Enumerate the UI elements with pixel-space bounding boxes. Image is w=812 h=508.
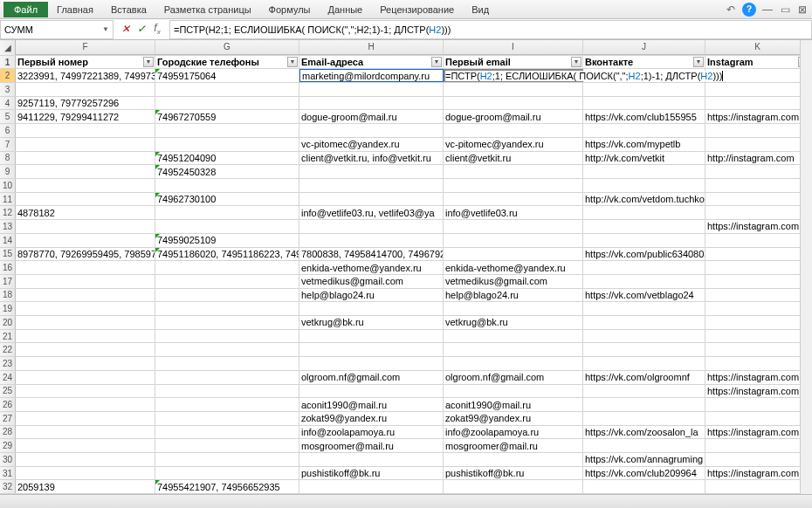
cell[interactable]: info@vetlife03.ru — [444, 206, 583, 219]
cell[interactable] — [583, 343, 705, 356]
cell[interactable]: https://vk.com/club155955 — [583, 110, 705, 123]
cell[interactable] — [583, 275, 705, 288]
cell[interactable]: info@zoolapamoya.ru — [444, 426, 583, 439]
name-box[interactable]: СУММ ▼ — [0, 20, 114, 39]
row-number[interactable]: 21 — [0, 330, 16, 343]
cell[interactable] — [16, 357, 155, 370]
cell[interactable] — [444, 165, 583, 178]
cell[interactable] — [583, 165, 705, 178]
row-number[interactable]: 29 — [0, 439, 16, 452]
cell[interactable] — [705, 302, 810, 315]
row-number[interactable]: 32 — [0, 480, 16, 493]
cell[interactable] — [155, 124, 299, 137]
cell[interactable] — [583, 179, 705, 192]
filter-dropdown[interactable]: ▼ — [693, 57, 704, 67]
cell[interactable] — [16, 467, 155, 480]
cell[interactable] — [155, 385, 299, 398]
cell[interactable] — [444, 193, 583, 206]
row-number[interactable]: 27 — [0, 412, 16, 425]
cell[interactable] — [155, 138, 299, 151]
cell[interactable] — [705, 261, 810, 274]
cell[interactable] — [444, 453, 583, 466]
chevron-down-icon[interactable]: ▼ — [102, 25, 109, 33]
cell[interactable]: 9411229, 79299411272 — [16, 110, 155, 123]
cell[interactable] — [583, 206, 705, 219]
cell[interactable] — [16, 426, 155, 439]
column-header[interactable]: H — [299, 40, 444, 55]
cell[interactable] — [583, 412, 705, 425]
cell[interactable] — [705, 480, 810, 493]
cell[interactable] — [583, 234, 705, 247]
cell[interactable]: 7800838, 74958414700, 74967923 — [299, 248, 444, 261]
file-tab[interactable]: Файл — [3, 2, 48, 17]
filter-dropdown[interactable]: ▼ — [143, 57, 154, 67]
menu-tab[interactable]: Данные — [319, 3, 371, 17]
vertical-scrollbar[interactable] — [800, 40, 812, 494]
column-header[interactable]: I — [444, 40, 583, 55]
cell[interactable] — [705, 316, 810, 329]
column-header[interactable]: F — [16, 40, 155, 55]
cell[interactable]: olgroom.nf@gmail.com — [299, 371, 444, 384]
cell[interactable] — [299, 220, 444, 233]
cell[interactable] — [583, 357, 705, 370]
cell[interactable]: http://vk.com/vetdom.tuchkovo — [583, 193, 705, 206]
cell[interactable] — [155, 467, 299, 480]
cell[interactable] — [299, 343, 444, 356]
cell[interactable] — [705, 289, 810, 302]
cell[interactable] — [583, 330, 705, 343]
accept-formula-icon[interactable]: ✓ — [134, 23, 148, 35]
cell[interactable] — [16, 261, 155, 274]
cell[interactable]: client@vetkit.ru, info@vetkit.ru — [299, 152, 444, 165]
cell[interactable]: mosgroomer@mail.ru — [444, 439, 583, 452]
cell[interactable] — [16, 138, 155, 151]
cell[interactable]: vetmedikus@gmail.com — [444, 275, 583, 288]
cell[interactable]: http://instagram.com — [705, 152, 810, 165]
cell[interactable] — [16, 193, 155, 206]
cell[interactable] — [16, 275, 155, 288]
cell[interactable]: aconit1990@mail.ru — [299, 398, 444, 411]
cell[interactable]: help@blago24.ru — [444, 289, 583, 302]
row-number[interactable]: 15 — [0, 248, 16, 261]
cell[interactable]: dogue-groom@mail.ru — [444, 110, 583, 123]
filter-dropdown[interactable]: ▼ — [431, 57, 442, 67]
cell[interactable] — [705, 83, 810, 96]
cell[interactable]: https://vk.com/annagruming — [583, 453, 705, 466]
row-number[interactable]: 3 — [0, 83, 16, 96]
cell[interactable] — [155, 439, 299, 452]
cell[interactable]: 74967270559 — [155, 110, 299, 123]
row-number[interactable]: 28 — [0, 426, 16, 439]
column-header[interactable]: J — [583, 40, 705, 55]
filter-dropdown[interactable]: ▼ — [287, 57, 298, 67]
row-number[interactable]: 17 — [0, 275, 16, 288]
row-number[interactable]: 6 — [0, 124, 16, 137]
cell[interactable]: 8978770, 79269959495, 79859702 — [16, 248, 155, 261]
cell[interactable] — [16, 124, 155, 137]
cell[interactable] — [705, 412, 810, 425]
cell[interactable]: 74959025109 — [155, 234, 299, 247]
cell[interactable] — [583, 385, 705, 398]
cell[interactable]: https://instagram.com — [705, 220, 810, 233]
cell[interactable]: zokat99@yandex.ru — [444, 412, 583, 425]
cell[interactable] — [16, 398, 155, 411]
cancel-formula-icon[interactable]: ✕ — [119, 23, 133, 35]
cell[interactable] — [299, 193, 444, 206]
cell[interactable] — [705, 97, 810, 110]
cell[interactable] — [444, 302, 583, 315]
row-number[interactable]: 18 — [0, 289, 16, 302]
cell[interactable] — [155, 83, 299, 96]
cell[interactable] — [155, 398, 299, 411]
cell[interactable]: aconit1990@mail.ru — [444, 398, 583, 411]
cell[interactable] — [155, 343, 299, 356]
cell[interactable] — [299, 83, 444, 96]
cell[interactable]: enkida-vethome@yandex.ru — [444, 261, 583, 274]
cell[interactable] — [155, 316, 299, 329]
cell[interactable] — [444, 234, 583, 247]
row-number[interactable]: 13 — [0, 220, 16, 233]
cell[interactable] — [583, 220, 705, 233]
cell[interactable] — [155, 179, 299, 192]
cell[interactable] — [705, 179, 810, 192]
cell[interactable] — [705, 124, 810, 137]
row-number[interactable]: 23 — [0, 357, 16, 370]
cell[interactable]: https://vk.com/club209964 — [583, 467, 705, 480]
cell[interactable] — [444, 480, 583, 493]
